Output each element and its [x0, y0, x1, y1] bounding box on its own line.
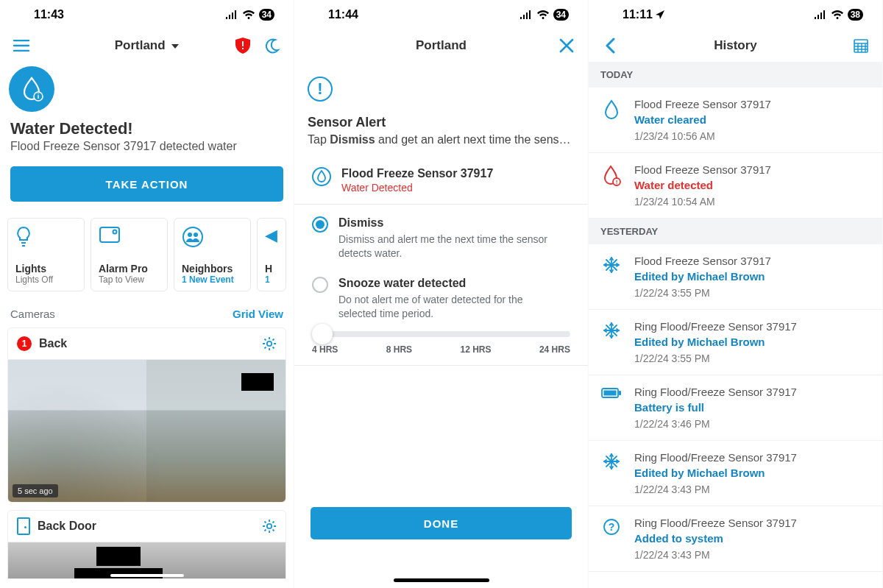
event-icon — [600, 98, 623, 142]
done-button[interactable]: DONE — [311, 507, 572, 539]
calendar-button[interactable] — [848, 33, 873, 58]
camera-settings-button[interactable] — [262, 519, 277, 534]
back-button[interactable] — [597, 33, 623, 58]
base-station-icon — [99, 226, 121, 244]
history-event-row[interactable]: Flood Freeze Sensor 37917Water cleared1/… — [589, 88, 882, 153]
event-time: 1/22/24 3:46 PM — [634, 418, 797, 430]
svg-text:i: i — [38, 93, 40, 100]
history-event-row[interactable]: Flood Freeze Sensor 37917Edited by Micha… — [589, 244, 882, 310]
night-mode-button[interactable] — [260, 33, 285, 58]
history-header: History — [589, 29, 882, 62]
event-device: Ring Flood/Freeze Sensor 37917 — [634, 517, 797, 529]
alarm-shield-button[interactable] — [230, 33, 255, 58]
alert-device-row: Flood Freeze Sensor 37917 Water Detected — [294, 160, 588, 205]
event-type: Battery is full — [634, 401, 797, 414]
alert-icon: ! — [308, 77, 333, 102]
event-device: Ring Flood/Freeze Sensor 37917 — [634, 451, 797, 464]
option-dismiss[interactable]: Dismiss Dismiss and alert me the next ti… — [294, 205, 588, 261]
tile-sub: 1 New Event — [182, 274, 243, 285]
tile-label: Neighbors — [182, 263, 243, 274]
take-action-button[interactable]: TAKE ACTION — [10, 166, 283, 202]
slider-ticks: 4 HRS 8 HRS 12 HRS 24 HRS — [294, 341, 588, 366]
screen-home: 11:43 34 Portland — [0, 0, 294, 588]
camera-bar-back-door[interactable]: Back Door — [7, 510, 286, 542]
event-time: 1/22/24 3:55 PM — [634, 287, 771, 299]
tile-alarm-pro[interactable]: Alarm Pro Tap to View — [91, 218, 168, 291]
event-icon — [600, 255, 623, 299]
tile-partial[interactable]: ◀ H 1 — [257, 218, 286, 291]
home-header: Portland — [0, 29, 294, 62]
location-arrow-icon — [656, 10, 664, 19]
tick-label: 4 HRS — [312, 344, 338, 355]
history-event-row[interactable]: Ring Flood/Freeze Sensor 37917Edited by … — [589, 441, 882, 506]
event-time: 1/23/24 10:54 AM — [634, 196, 771, 208]
camera-bar-back[interactable]: 1 Back — [7, 327, 286, 360]
event-type: Water detected — [634, 179, 771, 191]
svg-rect-15 — [604, 391, 617, 396]
event-device: Flood Freeze Sensor 37917 — [634, 163, 771, 176]
slider-thumb[interactable] — [312, 324, 333, 344]
tick-label: 12 HRS — [461, 344, 492, 355]
cameras-section-header: Cameras Grid View — [0, 297, 294, 327]
history-event-row[interactable]: ?Ring Flood/Freeze Sensor 37917Added to … — [589, 506, 882, 572]
svg-point-8 — [194, 233, 198, 237]
camera-preview-back[interactable]: 5 sec ago — [7, 360, 286, 503]
history-event-row[interactable]: !Flood Freeze Sensor 37917Water detected… — [589, 153, 882, 219]
event-type: Added to system — [634, 532, 797, 545]
svg-point-7 — [188, 233, 192, 237]
event-icon: ! — [600, 163, 623, 208]
water-alert-badge: i — [9, 66, 54, 112]
close-button[interactable] — [554, 33, 579, 58]
event-icon: ? — [600, 517, 623, 561]
option-title: Dismiss — [338, 216, 552, 230]
grid-view-link[interactable]: Grid View — [233, 308, 283, 320]
water-drop-icon — [312, 167, 331, 186]
svg-point-9 — [267, 341, 272, 346]
camera-name: Back — [39, 337, 67, 350]
location-label: Portland — [115, 38, 166, 52]
camera-preview-back-door[interactable] — [7, 542, 286, 579]
tile-lights[interactable]: Lights Lights Off — [7, 218, 85, 291]
screen-history: 11:11 38 History TODAY Flood Freeze Sens… — [589, 0, 883, 588]
option-snooze[interactable]: Snooze water detected Do not alert me of… — [294, 261, 588, 321]
tick-label: 24 HRS — [539, 344, 570, 355]
device-name: Flood Freeze Sensor 37917 — [341, 167, 493, 180]
alert-subtitle: Flood Freeze Sensor 37917 detected water — [0, 138, 294, 162]
screen-sensor-alert: 11:44 34 Portland ! Sensor Alert Tap Dis… — [294, 0, 589, 588]
location-title: Portland — [294, 38, 588, 53]
alert-heading: Sensor Alert — [294, 115, 588, 133]
wifi-icon — [242, 10, 255, 19]
svg-text:!: ! — [616, 179, 618, 185]
status-bar: 11:43 34 — [0, 0, 294, 29]
snooze-slider[interactable] — [312, 331, 570, 337]
camera-name: Back Door — [38, 520, 96, 533]
event-device: Ring Flood/Freeze Sensor 37917 — [634, 386, 797, 398]
svg-point-5 — [113, 230, 117, 234]
event-time: 1/22/24 3:43 PM — [634, 549, 797, 561]
status-bar: 11:44 34 — [294, 0, 588, 29]
event-icon — [600, 386, 623, 430]
battery-pill: 34 — [259, 9, 274, 21]
history-event-row[interactable]: Ring Flood/Freeze Sensor 37917Edited by … — [589, 310, 882, 375]
event-time: 1/22/24 3:55 PM — [634, 353, 797, 364]
wifi-icon — [536, 10, 550, 19]
option-title: Snooze water detected — [338, 277, 552, 290]
svg-rect-1 — [242, 48, 244, 49]
svg-text:?: ? — [609, 521, 615, 533]
calendar-icon — [853, 38, 869, 54]
tile-sub: Lights Off — [15, 274, 77, 285]
alert-modal-header: Portland — [294, 29, 588, 62]
chevron-down-icon — [171, 44, 179, 49]
history-event-row[interactable]: Ring Flood/Freeze Sensor 37917Battery is… — [589, 375, 882, 441]
camera-settings-button[interactable] — [262, 336, 277, 351]
event-icon — [600, 320, 623, 364]
cellular-icon — [519, 10, 533, 19]
gear-icon — [262, 519, 277, 534]
status-time: 11:44 — [328, 8, 358, 21]
water-drop-icon: i — [20, 76, 43, 102]
svg-point-6 — [183, 227, 202, 247]
cellular-icon — [225, 10, 238, 19]
menu-button[interactable] — [9, 33, 34, 58]
status-bar: 11:11 38 — [589, 0, 882, 29]
tile-neighbors[interactable]: Neighbors 1 New Event — [174, 218, 251, 291]
